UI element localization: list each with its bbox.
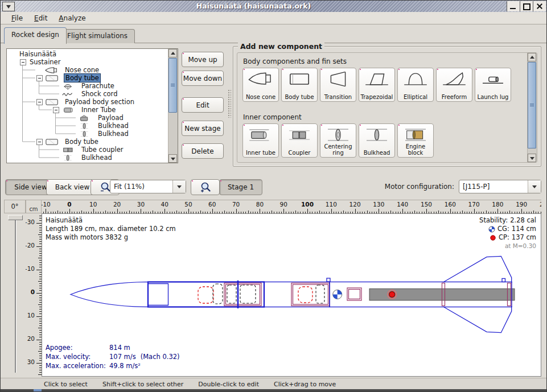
chevron-down-icon[interactable] (172, 180, 186, 193)
zoom-level-combo[interactable]: Fit (11%) (110, 180, 186, 193)
tube-coupler[interactable] (347, 288, 361, 300)
tree-scrollbar-thumb[interactable] (168, 58, 177, 113)
flight-info-row: Max. velocity: 107 m/s (Mach 0.32) (46, 352, 180, 361)
bulkhead[interactable] (240, 285, 256, 303)
menu-item[interactable]: Analyze (54, 13, 91, 23)
tab-strip: Rocket design Flight simulations (1, 24, 546, 43)
tree-row[interactable]: Body tube (7, 138, 168, 146)
expander-icon[interactable] (20, 59, 26, 65)
rocket-name: Haisunäätä (46, 216, 176, 225)
move-up-button[interactable]: Move up (182, 52, 224, 67)
expander-icon[interactable] (53, 107, 59, 113)
parachute[interactable] (298, 287, 312, 303)
new-stage-button[interactable]: New stage (182, 121, 224, 136)
maximize-button[interactable] (520, 1, 533, 11)
component-label: Coupler (289, 150, 311, 156)
tree-row[interactable]: Shock cord (7, 90, 168, 98)
scroll-up-icon[interactable] (168, 49, 177, 57)
tab-rocket-design[interactable]: Rocket design (4, 27, 67, 44)
menu-item[interactable]: File (6, 13, 28, 23)
shock-cord[interactable] (213, 284, 223, 304)
rotation-slider-handle[interactable] (8, 215, 23, 220)
component-icon (400, 69, 431, 89)
delete-button[interactable]: Delete (182, 143, 224, 159)
tree-row[interactable]: Inner Tube (7, 106, 168, 114)
bottom-fin[interactable] (443, 306, 512, 333)
ruler-tick-label: 70 (232, 201, 240, 208)
tree-row[interactable]: Nose cone (7, 66, 168, 74)
component-button[interactable]: Freeform (436, 68, 472, 102)
tree-row[interactable]: Payload (7, 114, 168, 122)
stage-1-toggle[interactable]: Stage 1 (219, 179, 262, 195)
cp-value: 137 cm (512, 233, 536, 242)
expander-icon[interactable] (36, 139, 43, 145)
tree-row[interactable]: Body tube (7, 74, 168, 82)
component-button[interactable]: Elliptical (397, 68, 434, 102)
component-button[interactable]: Body tube (281, 68, 318, 102)
component-button[interactable]: Inner tube (242, 123, 279, 158)
component-button[interactable]: Engine block (397, 123, 434, 158)
component-scrollbar-thumb[interactable] (528, 62, 536, 148)
openrocket-window: Haisunäätä (haisunaata.ork) File Edit An… (0, 0, 547, 392)
tree-row[interactable]: Sustainer (7, 58, 168, 66)
tree-row[interactable]: Payload body section (7, 98, 168, 106)
component-button[interactable]: Coupler (281, 123, 318, 158)
tree-item-label: Payload (97, 114, 125, 122)
component-button[interactable]: Centering ring (320, 123, 356, 158)
rocket-canvas[interactable]: Haisunäätä Length 189 cm, max. diameter … (42, 213, 541, 377)
nose-cone[interactable] (71, 282, 148, 307)
tree-row[interactable]: Bulkhead (7, 154, 168, 162)
move-down-button[interactable]: Move down (182, 71, 224, 86)
tab-flight-simulations[interactable]: Flight simulations (60, 29, 135, 43)
scroll-down-icon[interactable] (168, 154, 177, 163)
component-icon (245, 125, 277, 145)
tree-rows: Haisunäätä Sustainer Nose cone (7, 50, 168, 163)
tree-item-label: Body tube (64, 138, 100, 146)
edit-button[interactable]: Edit (182, 97, 224, 113)
tree-edit-buttons: Move up Move down Edit New stage Delete (182, 48, 224, 163)
component-button[interactable]: Launch lug (475, 68, 511, 102)
tree-row[interactable]: Haisunäätä (7, 50, 168, 58)
expander-icon[interactable] (36, 75, 43, 81)
rotation-slider-column (1, 213, 26, 377)
chevron-down-icon[interactable] (528, 180, 541, 193)
close-button[interactable] (533, 1, 546, 11)
status-hint: Shift+click to select other (102, 381, 183, 388)
tree-item-icon (61, 82, 78, 90)
component-label: Inner tube (246, 150, 275, 156)
rotation-slider-track[interactable] (15, 218, 17, 373)
tree-row[interactable]: Tube coupler (7, 146, 168, 154)
component-button[interactable]: Nose cone (242, 68, 279, 102)
component-button[interactable]: Trapezoidal (359, 68, 395, 102)
component-icon (438, 69, 470, 89)
scroll-down-icon[interactable] (528, 154, 536, 162)
expander-icon[interactable] (36, 99, 43, 105)
zoom-in-button[interactable] (191, 179, 220, 195)
title-bar[interactable]: Haisunäätä (haisunaata.ork) (1, 1, 546, 12)
parachute[interactable] (198, 287, 213, 303)
launch-lug[interactable] (502, 279, 505, 282)
splitter-handle[interactable] (228, 89, 231, 118)
menu-item[interactable]: Edit (29, 13, 52, 23)
tree-row[interactable]: Bulkhead (7, 122, 168, 130)
component-scrollbar[interactable] (527, 53, 537, 162)
component-label: Engine block (398, 144, 433, 156)
body-component-buttons: Nose cone Body tube Transition (242, 68, 511, 102)
ruler-tick-label: 40 (161, 201, 168, 208)
tree-scrollbar[interactable] (168, 49, 178, 163)
bulkhead[interactable] (316, 285, 324, 303)
component-label: Launch lug (478, 94, 509, 101)
payload[interactable] (227, 285, 236, 303)
scroll-up-icon[interactable] (528, 53, 536, 61)
motor-configuration-combo[interactable]: [J115-P] (459, 180, 541, 193)
payload-body-section[interactable] (264, 282, 330, 307)
inner-tube[interactable] (291, 283, 330, 306)
component-label: Trapezoidal (361, 94, 393, 101)
minimize-button[interactable] (507, 1, 520, 11)
group-title: Add new component (238, 42, 324, 51)
tree-row[interactable]: Bulkhead (7, 130, 168, 138)
tree-row[interactable]: Parachute (7, 82, 168, 90)
top-fin[interactable] (443, 256, 512, 283)
component-button[interactable]: Bulkhead (359, 123, 395, 158)
component-button[interactable]: Transition (320, 68, 356, 102)
